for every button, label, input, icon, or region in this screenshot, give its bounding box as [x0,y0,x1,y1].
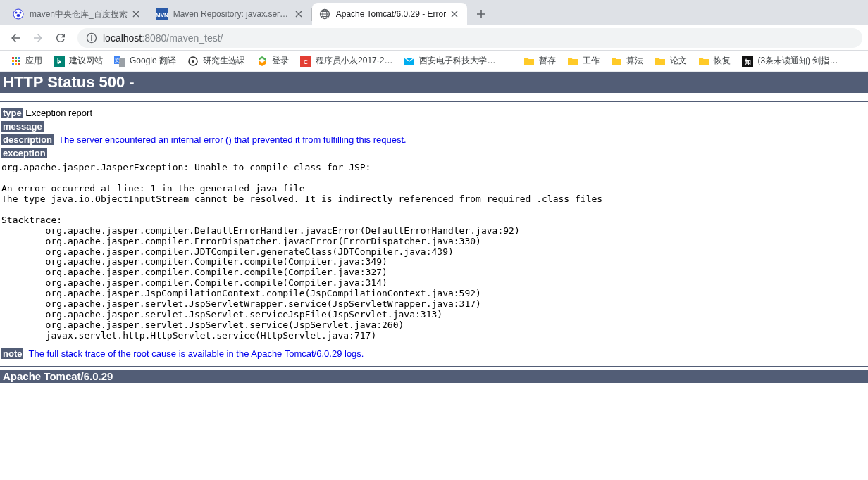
address-text: localhost:8080/maven_test/ [103,32,223,44]
note-text[interactable]: The full stack trace of the root cause i… [28,348,364,359]
bookmark-label: Google 翻译 [130,55,176,67]
description-text[interactable]: The server encountered an internal error… [58,134,407,145]
page-content: HTTP Status 500 - type Exception report … [0,72,868,383]
bookmark-item[interactable]: C 程序员小灰2017-2… [296,53,397,69]
browser-tab[interactable]: MVN Maven Repository: javax.servle [149,3,311,25]
type-label: type [1,108,23,118]
svg-point-2 [20,12,22,14]
bookmark-label: 建议网站 [69,55,103,67]
bookmark-item[interactable]: 建议网站 [49,53,107,69]
browser-tab-bar: maven中央仓库_百度搜索 MVN Maven Repository: jav… [0,0,868,25]
bookmark-folder[interactable]: 暂存 [519,53,560,69]
svg-text:知: 知 [744,58,751,65]
apps-button[interactable]: 应用 [6,53,46,69]
bookmark-label: 算法 [626,55,643,67]
svg-point-1 [16,12,18,14]
mvn-favicon-icon: MVN [156,8,168,20]
bookmark-item[interactable]: 文 Google 翻译 [110,53,180,69]
address-port: :8080 [142,32,166,44]
browser-nav-bar: localhost:8080/maven_test/ [0,25,868,51]
google-translate-icon: 文 [114,56,125,67]
tab-close-icon[interactable] [449,8,460,20]
type-value: Exception report [23,108,92,118]
type-row: type Exception report [1,108,867,118]
csdn-favicon-icon: C [300,56,311,67]
tab-title: Apache Tomcat/6.0.29 - Error [336,9,447,19]
address-host: localhost [103,32,142,44]
note-label: note [1,348,23,359]
address-bar[interactable]: localhost:8080/maven_test/ [78,28,862,48]
stacktrace-text: org.apache.jasper.JasperException: Unabl… [1,163,867,341]
bookmark-label: 程序员小灰2017-2… [316,55,392,67]
browser-tab-active[interactable]: Apache Tomcat/6.0.29 - Error [312,3,468,25]
tab-close-icon[interactable] [130,8,142,20]
bookmark-item[interactable]: 登录 [252,53,293,69]
browser-tab[interactable]: maven中央仓库_百度搜索 [6,3,149,25]
description-row: description The server encountered an in… [1,134,867,145]
folder-icon [611,56,622,67]
svg-text:MVN: MVN [156,12,168,18]
bookmark-label: 暂存 [539,55,556,67]
tab-title: maven中央仓库_百度搜索 [30,8,128,20]
login-favicon-icon [256,56,268,67]
bookmark-label: 研究生选课 [203,55,245,67]
tab-title: Maven Repository: javax.servle [173,9,290,19]
bookmark-bar: 应用 建议网站 文 Google 翻译 研究生选课 登录 C 程序员小灰2017… [0,51,868,72]
svg-point-3 [17,14,20,17]
bookmark-item[interactable]: 研究生选课 [183,53,249,69]
message-row: message [1,121,867,132]
bookmark-item[interactable]: 西安电子科技大学… [399,53,500,69]
bookmark-label: 工作 [583,55,600,67]
svg-point-9 [91,35,92,37]
site-info-icon[interactable] [86,32,97,44]
address-path: /maven_test/ [166,32,223,44]
divider [0,366,868,367]
tomcat-footer: Apache Tomcat/6.0.29 [0,370,868,383]
new-tab-button[interactable] [471,4,491,24]
globe-favicon-icon [319,8,330,20]
message-label: message [1,121,44,132]
bookmark-label: 恢复 [714,55,731,67]
apps-label: 应用 [25,55,42,67]
apps-grid-icon [10,56,21,67]
tab-close-icon[interactable] [293,8,304,20]
description-label: description [1,134,54,145]
folder-icon [655,56,666,67]
circle-favicon-icon [187,56,199,67]
svg-rect-13 [119,58,125,67]
http-status-title: HTTP Status 500 - [0,72,868,93]
bookmark-label: (3条未读通知) 剑指… [757,55,838,67]
bookmark-folder[interactable]: 恢复 [694,53,735,69]
bookmark-label: 西安电子科技大学… [419,55,495,67]
folder-icon [567,56,578,67]
svg-rect-10 [91,37,92,41]
zhihu-favicon-icon: 知 [742,56,753,67]
folder-icon [698,56,709,67]
forward-button[interactable] [28,28,48,48]
bookmark-label: 登录 [272,55,289,67]
bookmark-folder[interactable]: 工作 [563,53,604,69]
bookmark-item[interactable]: 知 (3条未读通知) 剑指… [738,53,842,69]
svg-text:C: C [304,58,309,65]
back-button[interactable] [6,28,25,48]
note-row: note The full stack trace of the root ca… [1,348,867,359]
exception-label: exception [1,148,47,158]
divider [0,101,868,102]
svg-text:文: 文 [115,58,120,63]
bookmark-folder[interactable]: 论文 [650,53,691,69]
bookmark-folder[interactable]: 算法 [607,53,647,69]
baidu-favicon-icon [13,8,24,20]
reload-button[interactable] [51,28,70,48]
exception-row: exception [1,148,867,158]
svg-point-16 [192,60,194,63]
bing-icon [54,56,65,67]
mail-favicon-icon [404,56,415,67]
bookmark-label: 论文 [670,55,687,67]
folder-icon [523,56,535,67]
